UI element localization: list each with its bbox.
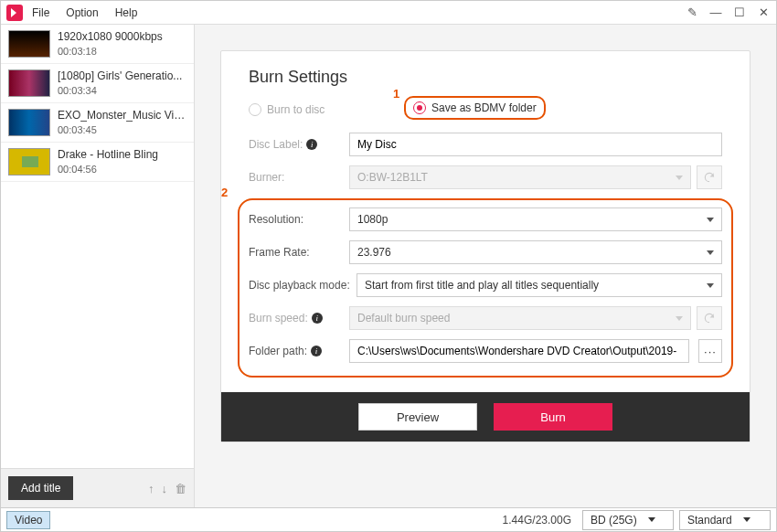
maximize-icon[interactable]: ☐ (732, 5, 747, 19)
radio-burn-to-disc[interactable]: Burn to disc (249, 103, 325, 116)
radio-icon (413, 101, 426, 114)
status-video-tab[interactable]: Video (6, 511, 50, 529)
video-duration: 00:03:18 (58, 46, 163, 57)
video-title: EXO_Monster_Music Video (58, 109, 186, 122)
disc-type-value: BD (25G) (591, 514, 637, 527)
menu-option[interactable]: Option (66, 6, 98, 19)
video-duration: 00:03:34 (58, 85, 182, 96)
list-item[interactable]: EXO_Monster_Music Video 00:03:45 (1, 103, 194, 143)
video-thumbnail-icon (8, 109, 50, 136)
chevron-down-icon (648, 517, 655, 522)
burner-label: Burner: (249, 171, 349, 184)
video-title: 1920x1080 9000kbps (58, 30, 163, 43)
video-title: [1080p] Girls' Generatio... (58, 69, 182, 82)
annotation-2: 2 (221, 186, 228, 199)
radio-label: Burn to disc (267, 103, 325, 116)
refresh-burner-button (697, 165, 722, 189)
video-title: Drake - Hotline Bling (58, 148, 158, 161)
status-bar: Video 1.44G/23.00G BD (25G) Standard (1, 507, 776, 531)
refresh-icon (703, 312, 716, 325)
burn-speed-label: Burn speed: i (249, 312, 349, 325)
resolution-value: 1080p (357, 213, 388, 226)
radio-save-bdmv[interactable]: Save as BDMV folder (413, 101, 537, 114)
video-duration: 00:03:45 (58, 124, 186, 135)
video-list: 1920x1080 9000kbps 00:03:18 [1080p] Girl… (1, 25, 194, 468)
menu-help[interactable]: Help (115, 6, 138, 19)
feedback-icon[interactable]: ✎ (685, 5, 699, 19)
info-icon[interactable]: i (306, 139, 317, 150)
chevron-down-icon (707, 250, 714, 255)
burner-select: O:BW-12B1LT (349, 165, 691, 189)
video-thumbnail-icon (8, 148, 50, 176)
app-logo-icon (6, 5, 23, 21)
menu-bar: File Option Help (32, 6, 137, 19)
chevron-down-icon (676, 316, 683, 321)
browse-folder-button[interactable]: ··· (698, 339, 722, 363)
frame-rate-label: Frame Rate: (249, 246, 349, 259)
playback-mode-value: Start from first title and play all titl… (365, 279, 599, 292)
preview-button[interactable]: Preview (358, 403, 477, 431)
refresh-speed-button (697, 306, 722, 330)
burner-value: O:BW-12B1LT (357, 171, 428, 184)
move-up-icon[interactable]: ↑ (148, 482, 154, 495)
delete-icon[interactable]: 🗑 (175, 482, 186, 495)
radio-label: Save as BDMV folder (431, 101, 537, 114)
playback-mode-select[interactable]: Start from first title and play all titl… (357, 273, 722, 297)
burn-speed-select: Default burn speed (349, 306, 691, 330)
refresh-icon (703, 171, 716, 184)
list-item[interactable]: 1920x1080 9000kbps 00:03:18 (1, 25, 194, 64)
frame-rate-select[interactable]: 23.976 (349, 240, 722, 264)
frame-rate-value: 23.976 (357, 246, 391, 259)
disc-type-select[interactable]: BD (25G) (582, 510, 674, 530)
quality-value: Standard (687, 514, 732, 527)
list-item[interactable]: [1080p] Girls' Generatio... 00:03:34 (1, 64, 194, 103)
menu-file[interactable]: File (32, 6, 49, 19)
quality-select[interactable]: Standard (679, 510, 771, 530)
move-down-icon[interactable]: ↓ (162, 482, 168, 495)
video-thumbnail-icon (8, 30, 50, 58)
panel-heading: Burn Settings (249, 68, 722, 87)
video-duration: 00:04:56 (58, 164, 158, 175)
chevron-down-icon (707, 283, 714, 288)
video-thumbnail-icon (8, 69, 50, 97)
chevron-down-icon (676, 176, 683, 180)
resolution-select[interactable]: 1080p (349, 207, 722, 231)
close-icon[interactable]: ✕ (756, 5, 771, 19)
list-item[interactable]: Drake - Hotline Bling 00:04:56 (1, 143, 194, 182)
burn-settings-panel: Burn Settings 1 Burn to disc Save as BDM… (220, 50, 750, 442)
folder-path-label: Folder path: i (249, 345, 349, 357)
burn-speed-value: Default burn speed (357, 312, 450, 325)
minimize-icon[interactable]: — (708, 5, 723, 19)
chevron-down-icon (743, 517, 750, 522)
status-size: 1.44G/23.00G (503, 514, 571, 527)
titlebar: File Option Help ✎ — ☐ ✕ (1, 1, 776, 25)
output-mode-radios: 1 Burn to disc Save as BDMV folder (249, 103, 722, 116)
playback-mode-label: Disc playback mode: (249, 279, 357, 292)
resolution-label: Resolution: (249, 213, 349, 226)
burn-button[interactable]: Burn (494, 403, 612, 431)
folder-path-input[interactable] (349, 339, 689, 363)
sidebar: 1920x1080 9000kbps 00:03:18 [1080p] Girl… (1, 25, 195, 507)
panel-footer: Preview Burn (221, 392, 750, 442)
add-title-button[interactable]: Add title (8, 476, 73, 500)
radio-icon (249, 103, 261, 116)
info-icon[interactable]: i (311, 346, 322, 356)
annotation-1: 1 (393, 87, 399, 101)
disc-label-input[interactable] (349, 133, 722, 156)
chevron-down-icon (707, 218, 714, 222)
main-content: Burn Settings 1 Burn to disc Save as BDM… (195, 25, 776, 507)
disc-label-label: Disc Label: i (249, 138, 349, 151)
info-icon[interactable]: i (312, 313, 323, 324)
